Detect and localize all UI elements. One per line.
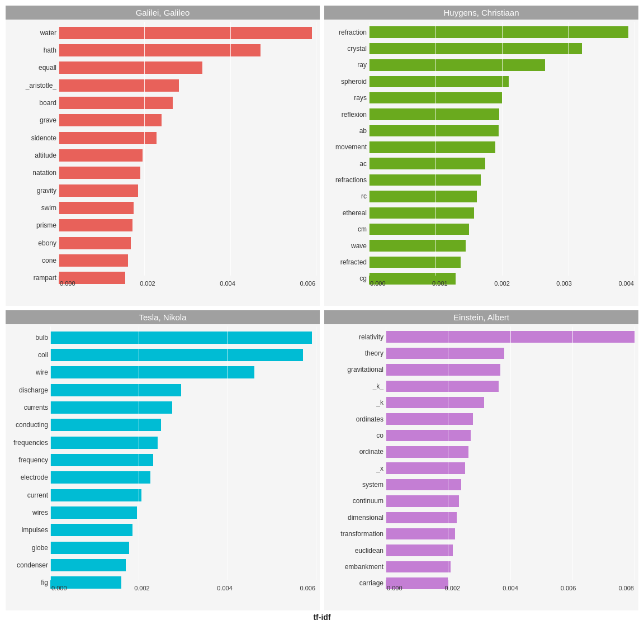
y-label: discharge bbox=[9, 387, 48, 394]
x-tick: 0.006 bbox=[300, 585, 315, 591]
y-label: grave bbox=[9, 117, 56, 124]
x-tick: 0.002 bbox=[445, 585, 461, 591]
y-label: fig bbox=[9, 579, 48, 586]
y-labels-galileo: waterhathequall_aristotle_boardgraveside… bbox=[6, 22, 59, 289]
y-label: ethereal bbox=[328, 210, 367, 216]
chart-body-tesla: bulbcoilwiredischargecurrentsconductingf… bbox=[6, 324, 320, 610]
grid-line bbox=[369, 22, 370, 276]
y-label: electrode bbox=[9, 474, 48, 481]
y-label: coil bbox=[9, 352, 48, 358]
y-label: wire bbox=[9, 369, 48, 376]
x-tick: 0.006 bbox=[300, 280, 315, 287]
y-label: theory bbox=[328, 350, 383, 357]
grid-line bbox=[139, 326, 139, 580]
outer-container: Galilei, Galileowaterhathequall_aristotl… bbox=[0, 0, 644, 644]
x-tick: 0.000 bbox=[387, 585, 402, 591]
y-label: altitude bbox=[9, 152, 56, 159]
y-label: carriage bbox=[328, 580, 383, 586]
grid-lines bbox=[50, 326, 316, 580]
x-axis-ticks-tesla: 0.0000.0020.0040.006 bbox=[50, 585, 316, 591]
y-label: current bbox=[9, 492, 48, 499]
grid-line bbox=[316, 22, 316, 276]
y-label: rc bbox=[328, 193, 367, 200]
y-labels-huygens: refractioncrystalrayspheroidraysreflexio… bbox=[324, 22, 369, 289]
grid-line bbox=[634, 326, 635, 580]
y-label: wave bbox=[328, 243, 367, 249]
y-label: currents bbox=[9, 404, 48, 411]
y-label: impulses bbox=[9, 527, 48, 533]
y-label: continuum bbox=[328, 498, 383, 504]
y-label: ebony bbox=[9, 240, 56, 247]
y-label: euclidean bbox=[328, 547, 383, 554]
y-label: co bbox=[328, 432, 383, 439]
grid-line bbox=[316, 326, 316, 580]
grid-lines bbox=[59, 22, 316, 276]
y-label: ab bbox=[328, 127, 367, 134]
grid-line bbox=[435, 22, 436, 276]
grid-line bbox=[59, 22, 59, 276]
y-label: ray bbox=[328, 61, 367, 68]
x-axis-ticks-einstein: 0.0000.0020.0040.0060.008 bbox=[386, 585, 635, 591]
y-label: ordinate bbox=[328, 448, 383, 455]
y-label: gravity bbox=[9, 187, 56, 194]
grid-line bbox=[572, 326, 573, 580]
y-label: ac bbox=[328, 160, 367, 167]
y-label: movement bbox=[328, 144, 367, 150]
chart-body-einstein: relativitytheorygravitational_k__kordina… bbox=[324, 324, 638, 610]
y-label: dimensional bbox=[328, 514, 383, 521]
chart-title-tesla: Tesla, Nikola bbox=[6, 310, 320, 324]
grid-line bbox=[510, 326, 511, 580]
y-label: gravitational bbox=[328, 366, 383, 373]
y-label: bulb bbox=[9, 334, 48, 341]
y-label: equall bbox=[9, 64, 56, 71]
y-label: reflexion bbox=[328, 111, 367, 118]
chart-body-galileo: waterhathequall_aristotle_boardgraveside… bbox=[6, 20, 320, 306]
charts-grid: Galilei, Galileowaterhathequall_aristotl… bbox=[6, 6, 638, 610]
y-label: water bbox=[9, 30, 56, 36]
y-label: board bbox=[9, 100, 56, 106]
x-tick: 0.000 bbox=[60, 280, 75, 287]
grid-line bbox=[50, 326, 51, 580]
y-label: ordinates bbox=[328, 416, 383, 423]
bars-area-einstein: 0.0000.0020.0040.0060.008 bbox=[386, 326, 635, 594]
y-label: cm bbox=[328, 226, 367, 233]
x-tick: 0.001 bbox=[432, 280, 448, 287]
y-label: refractions bbox=[328, 177, 367, 183]
chart-title-galileo: Galilei, Galileo bbox=[6, 6, 320, 20]
grid-line bbox=[386, 326, 386, 580]
y-label: conducting bbox=[9, 422, 48, 428]
chart-panel-tesla: Tesla, Nikolabulbcoilwiredischargecurren… bbox=[6, 310, 320, 610]
chart-body-huygens: refractioncrystalrayspheroidraysreflexio… bbox=[324, 20, 638, 306]
y-label: _aristotle_ bbox=[9, 82, 56, 89]
bars-area-tesla: 0.0000.0020.0040.006 bbox=[50, 326, 316, 594]
y-label: sidenote bbox=[9, 135, 56, 141]
grid-line bbox=[230, 22, 231, 276]
y-label: frequencies bbox=[9, 439, 48, 446]
grid-line bbox=[228, 326, 228, 580]
bars-area-huygens: 0.0000.0010.0020.0030.004 bbox=[369, 22, 635, 289]
y-label: wires bbox=[9, 509, 48, 516]
x-tick: 0.008 bbox=[618, 585, 634, 591]
x-tick: 0.002 bbox=[494, 280, 510, 287]
y-label: _x bbox=[328, 465, 383, 472]
y-label: _k_ bbox=[328, 383, 383, 390]
y-label: transformation bbox=[328, 531, 383, 537]
x-tick: 0.004 bbox=[503, 585, 518, 591]
y-label: swim bbox=[9, 205, 56, 211]
x-tick: 0.004 bbox=[618, 280, 634, 287]
bars-area-galileo: 0.0000.0020.0040.006 bbox=[59, 22, 316, 289]
x-tick: 0.000 bbox=[51, 585, 67, 591]
y-label: hath bbox=[9, 47, 56, 54]
y-label: spheroid bbox=[328, 78, 367, 85]
chart-panel-einstein: Einstein, Albertrelativitytheorygravitat… bbox=[324, 310, 638, 610]
chart-title-einstein: Einstein, Albert bbox=[324, 310, 638, 324]
y-label: rays bbox=[328, 94, 367, 101]
x-tick: 0.004 bbox=[217, 585, 233, 591]
y-label: relativity bbox=[328, 334, 383, 340]
y-label: crystal bbox=[328, 45, 367, 52]
grid-lines bbox=[369, 22, 635, 276]
y-label: prisme bbox=[9, 222, 56, 229]
x-axis-ticks-huygens: 0.0000.0010.0020.0030.004 bbox=[369, 280, 635, 287]
y-labels-tesla: bulbcoilwiredischargecurrentsconductingf… bbox=[6, 326, 50, 594]
y-label: embankment bbox=[328, 564, 383, 570]
